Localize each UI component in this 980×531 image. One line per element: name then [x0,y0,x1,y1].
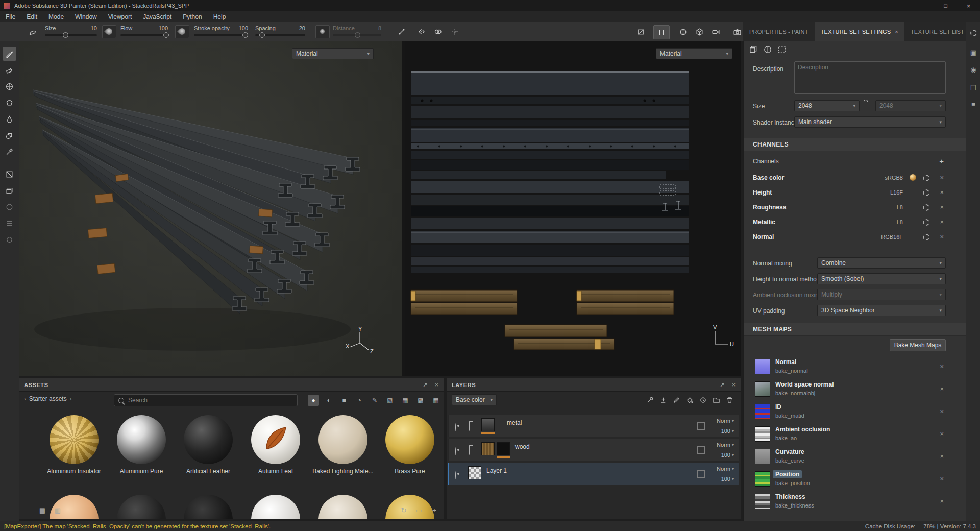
gear-icon[interactable] [923,189,929,196]
gear-icon[interactable] [923,219,929,226]
layers-channel-select[interactable]: Base color ▾ [452,394,497,405]
material-picker-tool-icon[interactable] [3,145,16,159]
mask-placeholder-icon[interactable] [697,446,705,454]
pause-engine-button[interactable] [653,25,670,39]
bake-mesh-maps-button[interactable]: Bake Mesh Maps [890,339,946,351]
add-fill-layer-icon[interactable] [684,395,695,405]
stroke-alpha-icon[interactable] [175,25,189,38]
stroke-opacity-slider-knob[interactable] [242,32,248,38]
menu-python[interactable]: Python [177,11,207,22]
menu-viewport[interactable]: Viewport [103,11,137,22]
history-icon[interactable]: ≡ [968,99,978,109]
filter-environments-icon[interactable]: ▩ [415,395,426,406]
layer-thumbnail[interactable] [481,442,495,455]
mesh-map-row[interactable]: Thickness bake_thickness × [744,491,966,514]
visibility-eye-icon[interactable] [455,423,456,431]
asset-item[interactable]: Autumn Leaf [245,415,306,475]
layer-row-wood[interactable]: wood Norm▾ 100▾ [448,439,739,461]
channel-format[interactable]: L16F [890,189,903,196]
stroke-opacity-slider[interactable] [194,34,248,36]
layer-row-layer1[interactable]: Layer 1 Norm▾ 100▾ [448,463,739,485]
smudge-tool-icon[interactable] [3,112,16,126]
asset-item[interactable]: Baked Lighting Mate... [312,415,374,475]
sphere-preview-icon[interactable] [3,200,16,214]
layer-mask-thumbnail[interactable] [497,442,510,455]
perspective-toggle-icon[interactable] [634,26,647,38]
visibility-eye-icon[interactable] [455,447,456,455]
mesh-map-row[interactable]: World space normal bake_normalobj × [744,379,966,401]
tab-texture-set-list[interactable]: TEXTURE SET LIST [904,22,970,41]
delete-layer-icon[interactable] [724,395,734,405]
remove-mesh-map-icon[interactable]: × [940,430,944,437]
opacity-select[interactable]: 100▾ [721,452,734,458]
shader-settings-icon[interactable]: ◉ [968,64,978,75]
layer-row-metal[interactable]: metal Norm▾ 100▾ [448,415,739,437]
channel-format[interactable]: sRGB8 [885,175,903,181]
height-to-normal-select[interactable]: Smooth (Sobel) ▾ [817,273,946,284]
add-paint-layer-icon[interactable] [671,395,681,405]
stroke-line-icon[interactable] [396,26,408,38]
close-panel-icon[interactable]: × [435,381,438,389]
layer-name[interactable]: Layer 1 [486,467,507,474]
menu-file[interactable]: File [0,11,21,22]
mirror-symmetry-icon[interactable] [415,26,428,38]
mesh-map-row[interactable]: ID bake_matid × [744,401,966,424]
gear-icon[interactable] [923,175,929,181]
blend-mode-select[interactable]: Norm▾ [717,418,734,424]
smart-material-icon[interactable] [698,395,708,405]
layer-name[interactable]: metal [507,419,522,426]
menu-javascript[interactable]: JavaScript [137,11,177,22]
stencil-mode-icon[interactable] [777,45,787,56]
description-field[interactable] [794,61,946,94]
remove-channel-icon[interactable]: × [940,233,944,240]
channel-format[interactable]: RGB16F [881,234,903,240]
remove-mesh-map-icon[interactable]: × [940,385,944,392]
lazy-mouse-icon[interactable] [432,26,444,38]
list-options-icon[interactable] [3,216,16,230]
mesh-map-row[interactable]: Normal bake_normal × [744,356,966,379]
remove-channel-icon[interactable]: × [940,219,944,225]
remove-channel-icon[interactable]: × [940,174,944,181]
group-folder-icon[interactable] [469,447,470,455]
group-folder-icon[interactable] [469,423,470,431]
tab-properties-paint[interactable]: PROPERTIES - PAINT [743,22,815,41]
sphere-mode-icon[interactable] [763,45,772,56]
detail-view-icon[interactable]: ▥ [53,505,63,515]
projection-tool-icon[interactable] [3,80,16,93]
close-panel-icon[interactable]: × [732,381,736,389]
tab-texture-set-settings[interactable]: TEXTURE SET SETTINGS × [815,22,904,41]
visibility-eye-icon[interactable] [455,471,456,479]
stack-mode-icon[interactable] [749,45,758,56]
display-mode-icon[interactable] [677,26,689,38]
minimize-button[interactable]: − [911,0,934,11]
polygon-fill-tool-icon[interactable] [3,96,16,110]
mask-placeholder-icon[interactable] [697,470,705,478]
blend-mode-select[interactable]: Norm▾ [717,466,734,472]
material-sphere-thumbnail[interactable] [184,495,233,519]
filter-smart-masks-icon[interactable]: ■ [338,395,350,406]
search-input[interactable] [127,396,293,404]
remove-channel-icon[interactable]: × [940,204,944,210]
asset-item[interactable]: Aluminium Pure [111,415,172,475]
popout-icon[interactable]: ↗ [423,381,428,389]
material-sphere-thumbnail[interactable] [318,495,368,519]
layer-name[interactable]: wood [515,443,530,450]
uv-padding-select[interactable]: 3D Space Neighbor ▾ [817,305,946,316]
asset-item[interactable]: Artificial Leather [178,415,239,475]
capsule-preview-icon[interactable] [3,233,16,247]
distance-mode-icon[interactable] [315,25,330,38]
layer-thumbnail[interactable] [481,418,495,431]
add-effect-icon[interactable] [645,395,655,405]
breadcrumb[interactable]: › Starter assets › [24,395,71,402]
opacity-select[interactable]: 100▾ [721,476,734,482]
spacing-slider-knob[interactable] [259,32,265,38]
screenshot-camera-icon[interactable] [731,26,743,38]
filter-filters-icon[interactable]: ◔ [354,395,365,406]
asset-item[interactable]: Brass Pure [379,415,440,475]
gear-icon[interactable] [923,204,929,211]
filter-textures-icon[interactable]: ▦ [400,395,411,406]
mesh-map-row[interactable]: Position bake_position × [744,469,966,491]
radial-symmetry-icon[interactable] [449,26,461,38]
material-sphere-thumbnail[interactable] [251,495,300,519]
material-sphere-thumbnail[interactable] [117,495,166,519]
